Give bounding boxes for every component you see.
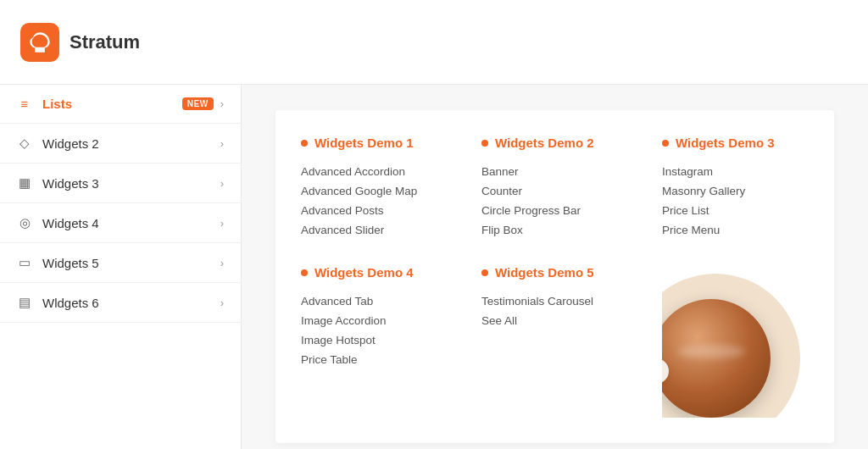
widgets5-icon: ▭ [17,255,32,270]
decorative-area [662,265,809,418]
menu-item-advanced-accordion[interactable]: Advanced Accordion [301,162,448,181]
demo3-dot [662,140,669,147]
sidebar-item-widgets2-label: Widgets 2 [42,136,220,151]
sidebar-item-widgets2[interactable]: ◇ Widgets 2 › [0,124,241,164]
demo2-title: Widgets Demo 2 [481,136,628,150]
menu-item-advanced-slider[interactable]: Advanced Slider [301,220,448,240]
demo1-title: Widgets Demo 1 [301,136,448,150]
logo-label: Stratum [70,31,140,53]
menu-column-1: Widgets Demo 1 Advanced Accordion Advanc… [301,136,448,418]
widgets6-icon: ▤ [17,295,32,310]
sidebar-item-widgets3[interactable]: ▦ Widgets 3 › [0,164,241,203]
menu-section-demo3: Widgets Demo 3 Instagram Masonry Gallery… [662,136,809,240]
menu-item-circle-progress[interactable]: Circle Progress Bar [481,201,628,220]
demo2-dot [481,140,488,147]
sidebar-item-widgets4-label: Widgets 4 [42,216,220,230]
menu-item-advanced-posts[interactable]: Advanced Posts [301,201,448,220]
menu-item-counter[interactable]: Counter [481,181,628,201]
menu-item-price-list[interactable]: Price List [662,201,809,220]
widgets2-icon: ◇ [17,136,32,151]
menu-item-flip-box[interactable]: Flip Box [481,220,628,240]
menu-item-price-table[interactable]: Price Table [301,350,448,369]
lists-icon: ≡ [17,97,32,111]
demo5-dot [481,269,488,276]
widgets6-chevron: › [220,297,224,309]
sidebar-item-widgets6[interactable]: ▤ Wldgets 6 › [0,283,241,323]
sidebar-item-lists-label: Lists [42,97,175,111]
menu-section-demo4: Widgets Demo 4 Advanced Tab Image Accord… [301,265,448,369]
header: Stratum [0,0,868,85]
menu-section-demo5: Widgets Demo 5 Testimonials Carousel See… [481,265,628,330]
lists-chevron: › [220,97,224,110]
demo5-title: Widgets Demo 5 [481,265,628,280]
sidebar-item-lists[interactable]: ≡ Lists NEW › [0,85,241,124]
demo1-dot [301,140,308,147]
logo-icon [20,23,59,62]
menu-section-demo2: Widgets Demo 2 Banner Counter Circle Pro… [481,136,628,240]
widgets4-icon: ◎ [17,215,32,230]
demo4-dot [301,269,308,276]
menu-item-price-menu[interactable]: Price Menu [662,220,809,240]
menu-item-instagram[interactable]: Instagram [662,162,809,181]
new-badge: NEW [182,97,214,110]
sidebar-item-widgets3-label: Widgets 3 [42,176,220,191]
demo4-title: Widgets Demo 4 [301,265,448,280]
widgets4-chevron: › [220,217,224,230]
widgets2-chevron: › [220,137,224,150]
menu-section-demo1: Widgets Demo 1 Advanced Accordion Advanc… [301,136,448,240]
main-layout: ≡ Lists NEW › ◇ Widgets 2 › ▦ Widgets 3 … [0,85,868,449]
content-area: Widgets Demo 1 Advanced Accordion Advanc… [242,85,868,449]
menu-column-2: Widgets Demo 2 Banner Counter Circle Pro… [481,136,628,418]
menu-column-3: Widgets Demo 3 Instagram Masonry Gallery… [662,136,809,418]
menu-item-testimonials[interactable]: Testimonials Carousel [481,291,628,311]
menu-item-see-all[interactable]: See All [481,311,628,330]
sidebar-item-widgets5-label: Widgets 5 [42,256,220,270]
sidebar: ≡ Lists NEW › ◇ Widgets 2 › ▦ Widgets 3 … [0,85,242,449]
widgets5-chevron: › [220,257,224,269]
coffee-foam [677,345,745,358]
menu-item-advanced-tab[interactable]: Advanced Tab [301,291,448,311]
sidebar-item-widgets6-label: Wldgets 6 [42,296,220,310]
menu-item-image-accordion[interactable]: Image Accordion [301,311,448,330]
menu-item-advanced-google-map[interactable]: Advanced Google Map [301,181,448,201]
menu-item-image-hotspot[interactable]: Image Hotspot [301,330,448,350]
widgets3-chevron: › [220,177,224,190]
menu-item-banner[interactable]: Banner [481,162,628,181]
mega-menu: Widgets Demo 1 Advanced Accordion Advanc… [275,110,834,443]
sidebar-item-widgets5[interactable]: ▭ Widgets 5 › [0,243,241,283]
menu-item-masonry-gallery[interactable]: Masonry Gallery [662,181,809,201]
sidebar-item-widgets4[interactable]: ◎ Widgets 4 › [0,203,241,243]
demo3-title: Widgets Demo 3 [662,136,809,150]
widgets3-icon: ▦ [17,175,32,191]
